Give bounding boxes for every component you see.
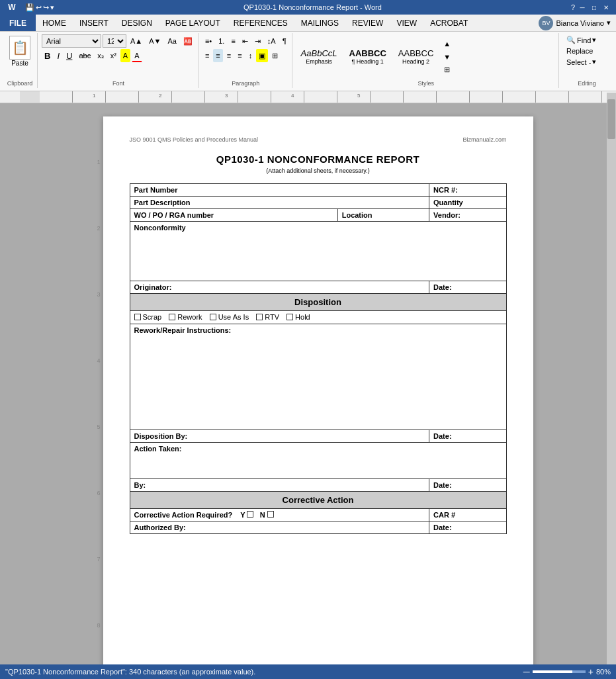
style-heading2[interactable]: AABBCC Heading 2 (394, 46, 438, 67)
document-area: 1 2 3 4 5 6 7 8 JSO 9001 QMS Policies an… (0, 103, 616, 679)
shrink-font-btn[interactable]: A▼ (146, 34, 163, 48)
help-icon[interactable]: ? (571, 3, 575, 11)
close-btn[interactable]: ✕ (601, 3, 611, 12)
disposition-date-label: Date: (429, 430, 506, 443)
justify-btn[interactable]: ≡ (235, 49, 244, 62)
table-row: Part Number NCR #: (130, 184, 506, 197)
rework-checkbox[interactable]: Rework (169, 313, 202, 321)
table-row: Corrective Action Required? Y N CAR # (130, 509, 506, 521)
table-row: Disposition By: Date: (130, 430, 506, 443)
menu-file[interactable]: FILE (0, 15, 36, 31)
style-emphasis[interactable]: AaBbCcL Emphasis (296, 46, 342, 67)
status-bar-right: ─ + 80% (523, 666, 611, 677)
paragraph-section: ≡• 1. ≡ ⇤ ⇥ ↕A ¶ ≡ ≡ ≡ ≡ ↕ ▣ ⊞ Paragraph (200, 33, 292, 88)
decrease-indent-btn[interactable]: ⇤ (240, 34, 251, 48)
maximize-btn[interactable]: □ (590, 3, 599, 12)
use-as-is-checkbox[interactable]: Use As Is (210, 313, 249, 321)
rtv-checkbox[interactable]: RTV (256, 313, 279, 321)
find-button[interactable]: 🔍 Find ▾ (563, 34, 599, 46)
grow-font-btn[interactable]: A▲ (128, 34, 145, 48)
styles-expand-btn[interactable]: ⊞ (441, 64, 453, 77)
menu-home[interactable]: HOME (36, 15, 73, 31)
font-section: Arial 12 A▲ A▼ Aa 🆎 B I U abc x₂ x² A A … (39, 33, 198, 88)
margin-7: 7 (97, 553, 100, 619)
table-row: By: Date: (130, 479, 506, 492)
menu-design[interactable]: DESIGN (115, 15, 159, 31)
nonconformity-label: Nonconformity (130, 222, 506, 281)
replace-button[interactable]: Replace (563, 46, 596, 56)
zoom-area: ─ + 80% (523, 666, 611, 677)
margin-6: 6 (97, 487, 100, 553)
align-right-btn[interactable]: ≡ (224, 49, 234, 62)
scrap-checkbox[interactable]: Scrap (134, 313, 162, 321)
align-left-btn[interactable]: ≡ (202, 49, 212, 62)
table-row: Originator: Date: (130, 281, 506, 294)
y-box[interactable] (247, 511, 253, 518)
select-button[interactable]: Select - ▾ (563, 56, 599, 68)
shading-btn[interactable]: ▣ (256, 49, 268, 62)
bullets-btn[interactable]: ≡• (202, 34, 214, 48)
disposition-checkboxes: Scrap Rework Use As Is RTV (130, 311, 506, 324)
line-spacing-btn[interactable]: ↕ (246, 49, 255, 62)
change-case-btn[interactable]: Aa (165, 34, 179, 48)
subscript-btn[interactable]: x₂ (95, 49, 107, 62)
zoom-out-btn[interactable]: ─ (523, 666, 530, 677)
paste-label: Paste (11, 60, 28, 67)
strikethrough-btn[interactable]: abc (76, 49, 93, 62)
multilevel-btn[interactable]: ≡ (228, 34, 238, 48)
paragraph-label: Paragraph (202, 79, 289, 87)
styles-scroll-down-btn[interactable]: ▼ (441, 50, 453, 64)
bold-btn[interactable]: B (42, 49, 53, 62)
form-table: Part Number NCR #: Part Description Quan… (130, 183, 507, 534)
style-heading1[interactable]: AABBCC ¶ Heading 1 (345, 46, 391, 67)
table-row: Corrective Action (130, 492, 506, 509)
hold-checkbox[interactable]: Hold (286, 313, 310, 321)
sort-btn[interactable]: ↕A (265, 34, 279, 48)
select-dropdown-icon: ▾ (592, 58, 596, 66)
menu-review[interactable]: REVIEW (345, 15, 390, 31)
paste-button[interactable]: 📋 Paste (5, 34, 34, 68)
select-label: Select - (566, 58, 591, 66)
zoom-in-btn[interactable]: + (588, 666, 594, 677)
redo-icon[interactable]: ↪ (43, 3, 49, 12)
font-label: Font (42, 79, 195, 87)
underline-btn[interactable]: U (64, 49, 75, 62)
italic-btn[interactable]: I (54, 49, 62, 62)
use-as-is-label: Use As Is (218, 313, 249, 321)
save-icon[interactable]: 💾 (25, 3, 34, 12)
borders-btn[interactable]: ⊞ (269, 49, 281, 62)
margin-3: 3 (97, 289, 100, 355)
minimize-btn[interactable]: ─ (578, 3, 587, 12)
font-row-1: Arial 12 A▲ A▼ Aa 🆎 (42, 34, 195, 48)
user-dropdown-icon[interactable]: ▾ (607, 19, 611, 27)
text-highlight-btn[interactable]: A (120, 49, 130, 62)
undo-icon[interactable]: ↩ (36, 3, 42, 12)
scrollbar[interactable] (607, 93, 616, 664)
menu-page-layout[interactable]: PAGE LAYOUT (159, 15, 227, 31)
clear-format-btn[interactable]: 🆎 (181, 34, 195, 48)
menu-mailings[interactable]: MAILINGS (294, 15, 345, 31)
font-size-select[interactable]: 12 (103, 34, 126, 48)
increase-indent-btn[interactable]: ⇥ (252, 34, 263, 48)
n-box[interactable] (267, 511, 274, 518)
y-label: Y (240, 511, 245, 519)
font-name-select[interactable]: Arial (42, 34, 101, 48)
show-marks-btn[interactable]: ¶ (280, 34, 289, 48)
header-left: JSO 9001 QMS Policies and Procedures Man… (130, 136, 259, 143)
zoom-slider[interactable] (533, 670, 586, 673)
menu-insert[interactable]: INSERT (73, 15, 115, 31)
table-row: Action Taken: (130, 443, 506, 479)
find-icon: 🔍 (566, 36, 576, 44)
menu-references[interactable]: REFERENCES (227, 15, 294, 31)
superscript-btn[interactable]: x² (108, 49, 119, 62)
rtv-box (256, 314, 263, 320)
numbering-btn[interactable]: 1. (216, 34, 227, 48)
clipboard-label: Clipboard (5, 79, 34, 87)
align-center-btn[interactable]: ≡ (213, 49, 222, 62)
styles-scroll-up-btn[interactable]: ▲ (441, 37, 453, 50)
menu-acrobat[interactable]: ACROBAT (423, 15, 474, 31)
font-color-btn[interactable]: A (132, 49, 142, 62)
scroll-thumb[interactable] (607, 99, 615, 139)
editing-section: 🔍 Find ▾ Replace Select - ▾ Editing (560, 33, 613, 88)
menu-view[interactable]: VIEW (390, 15, 423, 31)
